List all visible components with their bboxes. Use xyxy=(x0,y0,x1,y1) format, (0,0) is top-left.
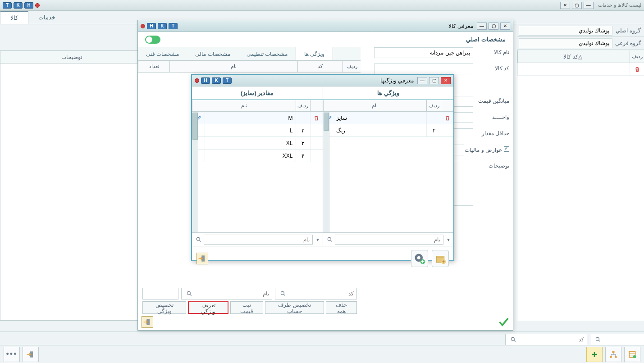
gear-add-button[interactable] xyxy=(411,250,428,267)
product-inner-tabs: مشخصات فني مشخصات مالي مشخصات تنظيمي ويژ… xyxy=(138,47,361,61)
value-row[interactable]: M xyxy=(192,112,323,124)
product-modal-titlebar[interactable]: ✕ ▢ — معرفي كالا T K H xyxy=(138,20,513,32)
tab-tech[interactable]: مشخصات فني xyxy=(138,47,187,60)
groups-panel: گروه اصلي پوشاك توليدي گروه فرعي پوشاك ت… xyxy=(517,24,644,50)
attr-row[interactable]: ۲ رنگ xyxy=(323,124,454,137)
svg-rect-5 xyxy=(610,356,612,358)
modal1-maximize-button[interactable]: ▢ xyxy=(489,23,498,30)
values-pane-title: مقادير (سايز) xyxy=(192,86,323,100)
modal2-minimize-button[interactable]: — xyxy=(417,77,427,84)
trash-icon[interactable] xyxy=(313,115,320,121)
values-scrollbar[interactable] xyxy=(192,112,198,232)
main-group-dropdown[interactable]: پوشاك توليدي xyxy=(519,26,612,36)
svg-point-24 xyxy=(417,256,420,259)
attr-search-code[interactable] xyxy=(286,290,354,297)
modal1-close-button[interactable]: ✕ xyxy=(500,23,510,30)
svg-point-12 xyxy=(281,291,284,295)
attrs-scrollbar[interactable] xyxy=(323,112,329,232)
values-search-name[interactable] xyxy=(204,235,313,245)
attrs-pane-title: ويژگي ها xyxy=(323,86,454,100)
values-col-radif: رديف xyxy=(296,100,310,111)
main-title: ليست كالاها و خدمات xyxy=(598,2,641,8)
main-search-name[interactable] xyxy=(601,336,644,343)
confirm-check-button[interactable] xyxy=(498,316,510,328)
search-icon xyxy=(327,236,333,243)
modal2-actions xyxy=(192,246,453,270)
delete-all-button[interactable]: حذف همه xyxy=(326,301,357,314)
modal2-titlebar[interactable]: ✕ ▢ — معرفي ويژگيها T K H xyxy=(192,75,453,86)
maximize-button[interactable]: ▢ xyxy=(572,2,582,9)
code-label: كد كالا xyxy=(473,64,509,72)
code-input[interactable] xyxy=(374,64,473,74)
search-icon xyxy=(196,236,202,243)
svg-point-10 xyxy=(633,355,636,358)
tab-services[interactable]: خدمات xyxy=(28,11,65,24)
value-row[interactable]: ۳ XL xyxy=(192,137,323,150)
mid-bottom-bar xyxy=(0,331,644,347)
add-button[interactable] xyxy=(586,347,603,362)
box-settings-button[interactable] xyxy=(432,250,449,267)
badge-t: T xyxy=(3,2,12,9)
attr-row[interactable]: سايز xyxy=(323,112,454,124)
attrs-table-header: رديف كد نام تعداد xyxy=(138,61,361,73)
col-code[interactable]: △كد كالا xyxy=(517,50,630,63)
tree-button[interactable] xyxy=(605,347,621,362)
modal2-close-button[interactable]: ✕ xyxy=(441,77,451,84)
price-type-button[interactable]: تيپ قيمت xyxy=(230,301,263,314)
main-search-code[interactable] xyxy=(516,336,584,343)
col-radif[interactable]: رديف xyxy=(630,50,644,63)
svg-line-18 xyxy=(330,240,332,241)
sub-group-dropdown[interactable]: پوشاك توليدي xyxy=(519,38,612,48)
tax-checkbox[interactable] xyxy=(504,146,509,152)
active-toggle[interactable] xyxy=(145,36,160,44)
name-input[interactable] xyxy=(374,47,473,58)
more-button[interactable]: ••• xyxy=(4,347,20,362)
modal1-exit-button[interactable] xyxy=(142,316,153,328)
main-group-label: گروه اصلي xyxy=(612,27,644,34)
tax-label: عوارض و ماليات xyxy=(464,145,509,153)
values-rows-container: M ۲ L ۳ XL ۴ XXL xyxy=(192,112,323,232)
attrs-col-radif: رديف xyxy=(426,100,441,111)
exit-button[interactable] xyxy=(23,347,39,362)
close-button[interactable]: ✕ xyxy=(560,2,570,9)
svg-line-1 xyxy=(514,340,516,341)
tab-goods[interactable]: كالا xyxy=(0,11,28,24)
attrs-rows-container: سايز ۲ رنگ xyxy=(323,112,454,232)
badge-k: K xyxy=(158,23,167,29)
svg-point-2 xyxy=(596,337,599,340)
attr-col-name: نام xyxy=(169,61,297,72)
modal2-exit-button[interactable] xyxy=(196,253,208,264)
svg-point-17 xyxy=(328,237,331,240)
trash-icon[interactable] xyxy=(444,115,451,121)
value-row[interactable]: ۲ L xyxy=(192,124,323,137)
assign-account-button[interactable]: تخصيص طرف حساب xyxy=(265,301,324,314)
tab-financial[interactable]: مشخصات مالي xyxy=(187,47,238,60)
attr-col-code: كد xyxy=(297,61,343,72)
values-pane: مقادير (سايز) رديف نام M ۲ L xyxy=(192,86,323,232)
assign-attr-button[interactable]: تخصيص ويژگي xyxy=(142,301,186,314)
sub-group-label: گروه فرعي xyxy=(612,40,644,46)
avgprice-label: ميانگين قيمت xyxy=(473,96,509,104)
tab-config[interactable]: مشخصات تنظيمي xyxy=(238,47,296,60)
badge-h: H xyxy=(24,2,33,9)
svg-rect-6 xyxy=(615,356,617,358)
tab-attrs[interactable]: ويژگي ها xyxy=(296,47,333,60)
table-row[interactable] xyxy=(517,63,644,76)
modal1-minimize-button[interactable]: — xyxy=(477,23,487,30)
badge-t: T xyxy=(169,23,178,29)
attr-col-radif: رديف xyxy=(343,61,361,72)
attr-search-name[interactable] xyxy=(192,290,269,297)
main-titlebar: H K T ليست كالاها و خدمات — ▢ ✕ xyxy=(0,0,644,11)
trash-icon[interactable] xyxy=(634,66,640,73)
value-row[interactable]: ۴ XXL xyxy=(192,150,323,162)
svg-point-19 xyxy=(196,237,200,240)
modal2-title: معرفي ويژگيها xyxy=(380,77,414,84)
svg-point-14 xyxy=(187,291,190,295)
minimize-button[interactable]: — xyxy=(584,2,594,9)
modal2-maximize-button[interactable]: ▢ xyxy=(429,77,439,84)
attrs-search-name[interactable] xyxy=(335,235,444,245)
search-icon xyxy=(186,290,192,297)
attrs-pane: ويژگي ها رديف نام سايز ۲ رنگ xyxy=(323,86,454,232)
list-button[interactable] xyxy=(624,347,640,362)
define-attr-button[interactable]: تعريف ويژگي xyxy=(188,301,228,314)
